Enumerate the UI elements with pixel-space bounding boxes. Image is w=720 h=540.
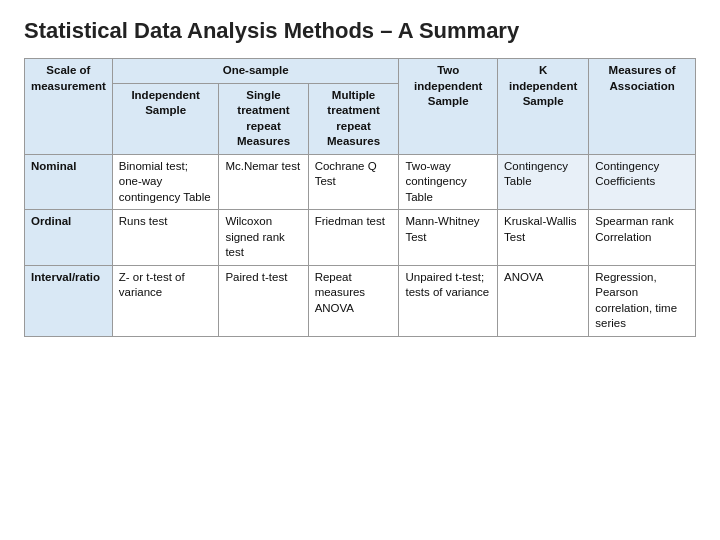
measures-header: Measures of Association <box>589 59 696 155</box>
two-ind-cell: Mann-Whitney Test <box>399 210 498 266</box>
k-ind-cell: ANOVA <box>498 265 589 336</box>
k-ind-cell: Kruskal-Wallis Test <box>498 210 589 266</box>
multiple-cell: Friedman test <box>308 210 399 266</box>
methods-table: Scale of measurement One-sample Two inde… <box>24 58 696 337</box>
single-cell: Paired t-test <box>219 265 308 336</box>
independent-cell: Z- or t-test of variance <box>112 265 219 336</box>
single-subheader: Single treatment repeat Measures <box>219 83 308 154</box>
two-ind-header: Two independent Sample <box>399 59 498 155</box>
onesample-header: One-sample <box>112 59 399 84</box>
two-ind-cell: Two-way contingency Table <box>399 154 498 210</box>
single-cell: Mc.Nemar test <box>219 154 308 210</box>
single-cell: Wilcoxon signed rank test <box>219 210 308 266</box>
measures-cell: Regression, Pearson correlation, time se… <box>589 265 696 336</box>
scale-cell: Interval/ratio <box>25 265 113 336</box>
scale-cell: Ordinal <box>25 210 113 266</box>
independent-cell: Runs test <box>112 210 219 266</box>
multiple-subheader: Multiple treatment repeat Measures <box>308 83 399 154</box>
independent-subheader: Independent Sample <box>112 83 219 154</box>
page-title: Statistical Data Analysis Methods – A Su… <box>24 18 696 44</box>
independent-cell: Binomial test; one-way contingency Table <box>112 154 219 210</box>
measures-cell: Contingency Coefficients <box>589 154 696 210</box>
multiple-cell: Repeat measures ANOVA <box>308 265 399 336</box>
scale-header: Scale of measurement <box>25 59 113 155</box>
k-ind-cell: Contingency Table <box>498 154 589 210</box>
k-ind-header: K independent Sample <box>498 59 589 155</box>
two-ind-cell: Unpaired t-test; tests of variance <box>399 265 498 336</box>
measures-cell: Spearman rank Correlation <box>589 210 696 266</box>
multiple-cell: Cochrane Q Test <box>308 154 399 210</box>
scale-cell: Nominal <box>25 154 113 210</box>
